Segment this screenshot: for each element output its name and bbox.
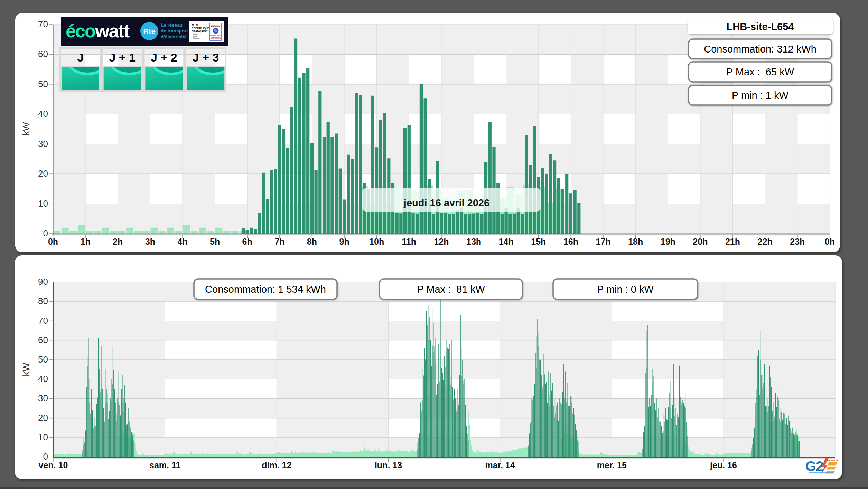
svg-text:Consommation: 312 kWh: Consommation: 312 kWh: [704, 44, 816, 55]
svg-text:9h: 9h: [339, 237, 349, 246]
svg-text:17h: 17h: [596, 237, 610, 246]
svg-text:Le réseau: Le réseau: [161, 22, 183, 28]
svg-text:20: 20: [38, 413, 48, 423]
svg-text:Rte: Rte: [143, 27, 155, 36]
svg-text:70: 70: [38, 19, 48, 29]
svg-text:J + 2: J + 2: [151, 51, 177, 64]
svg-text:RÉPUBLIQUE: RÉPUBLIQUE: [192, 27, 210, 30]
svg-text:3h: 3h: [145, 237, 155, 246]
svg-text:mar. 14: mar. 14: [485, 460, 515, 470]
svg-text:J + 1: J + 1: [109, 51, 136, 64]
svg-text:P min : 1 kW: P min : 1 kW: [732, 90, 788, 101]
svg-text:11h: 11h: [402, 237, 416, 246]
svg-text:Fraternité: Fraternité: [192, 38, 199, 40]
svg-text:P Max : 65 kW: P Max : 65 kW: [726, 66, 794, 77]
svg-text:ÉCOLOGIQUE: ÉCOLOGIQUE: [211, 38, 221, 40]
svg-text:jeu. 16: jeu. 16: [710, 460, 737, 470]
svg-text:8h: 8h: [307, 237, 317, 246]
svg-text:6h: 6h: [242, 237, 252, 246]
svg-text:19h: 19h: [661, 237, 675, 246]
svg-text:J + 3: J + 3: [193, 51, 219, 64]
svg-text:40: 40: [38, 374, 48, 384]
svg-text:0: 0: [43, 228, 48, 238]
svg-text:P Max : 81 kW: P Max : 81 kW: [417, 284, 485, 295]
svg-text:kW: kW: [21, 122, 31, 136]
svg-text:mer. 15: mer. 15: [597, 460, 627, 470]
svg-text:14h: 14h: [499, 237, 514, 246]
svg-text:40: 40: [38, 109, 48, 119]
svg-text:kW: kW: [21, 363, 31, 376]
svg-text:13h: 13h: [466, 237, 481, 246]
svg-text:15h: 15h: [531, 237, 546, 246]
svg-text:2h: 2h: [113, 237, 123, 246]
svg-text:12h: 12h: [434, 237, 449, 246]
svg-text:50: 50: [38, 354, 48, 365]
svg-text:P min : 0 kW: P min : 0 kW: [597, 284, 654, 295]
svg-text:ven. 10: ven. 10: [39, 460, 68, 470]
svg-text:30: 30: [38, 139, 48, 149]
svg-text:dim. 12: dim. 12: [262, 460, 291, 470]
svg-text:30: 30: [38, 393, 48, 403]
svg-text:70: 70: [38, 316, 48, 326]
svg-text:5h: 5h: [210, 237, 220, 246]
svg-text:G2: G2: [805, 459, 823, 474]
svg-text:ADEME: ADEME: [211, 24, 220, 27]
svg-text:80: 80: [38, 296, 48, 306]
svg-text:60: 60: [38, 335, 48, 345]
svg-text:21h: 21h: [725, 237, 740, 246]
svg-text:0: 0: [43, 451, 48, 462]
svg-text:FRANÇAISE: FRANÇAISE: [192, 30, 208, 33]
svg-text:16h: 16h: [563, 237, 578, 246]
svg-text:10: 10: [38, 198, 48, 209]
svg-text:0h: 0h: [48, 237, 58, 246]
svg-text:10: 10: [38, 432, 48, 442]
svg-text:22h: 22h: [758, 237, 773, 246]
svg-text:jeudi 16 avril 2026: jeudi 16 avril 2026: [403, 197, 489, 208]
svg-text:1h: 1h: [81, 237, 91, 246]
svg-text:4h: 4h: [177, 237, 187, 246]
svg-text:10h: 10h: [369, 237, 384, 246]
svg-text:7h: 7h: [274, 237, 284, 246]
svg-text:20h: 20h: [693, 237, 708, 246]
svg-text:écowatt: écowatt: [66, 21, 130, 41]
svg-text:lun. 13: lun. 13: [375, 460, 402, 470]
svg-text:J: J: [77, 51, 84, 64]
svg-text:23h: 23h: [790, 237, 805, 246]
svg-text:sam. 11: sam. 11: [149, 460, 180, 470]
svg-text:FRANCE: FRANCE: [827, 459, 838, 462]
svg-text:90: 90: [38, 276, 48, 287]
svg-text:60: 60: [38, 49, 48, 59]
svg-text:LHB-site-L654: LHB-site-L654: [727, 21, 794, 32]
svg-text:de transport: de transport: [161, 28, 188, 34]
svg-text:0h: 0h: [825, 237, 835, 246]
svg-text:50: 50: [38, 79, 48, 89]
svg-text:18h: 18h: [628, 237, 643, 246]
svg-text:20: 20: [38, 168, 48, 179]
svg-text:d’électricité: d’électricité: [161, 34, 187, 39]
svg-text:Consommation: 1 534 kWh: Consommation: 1 534 kWh: [205, 284, 326, 295]
